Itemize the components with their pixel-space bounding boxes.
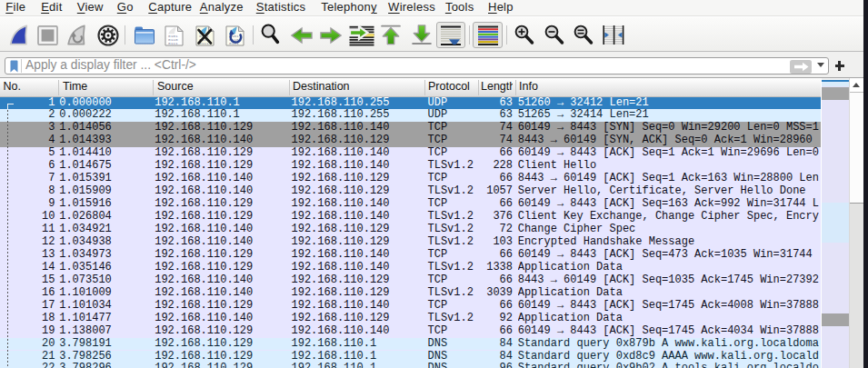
svg-text:0111: 0111 [168,40,178,45]
